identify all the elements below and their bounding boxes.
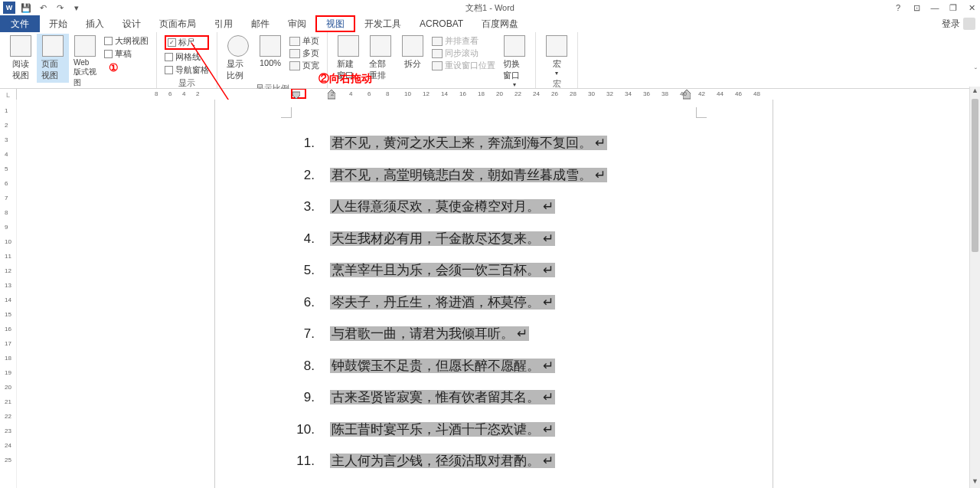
read-mode-icon [10, 35, 31, 57]
group-window: 新建窗口 全部重排 拆分 并排查看 同步滚动 重设窗口位置 切换窗口▾ 窗口 [328, 32, 536, 88]
list-item[interactable]: 4.天生我材必有用，千金散尽还复来。↵ [292, 229, 734, 249]
zoom-100-button[interactable]: 100% [254, 34, 286, 69]
split-icon [402, 35, 423, 57]
new-window-icon [338, 35, 359, 57]
web-layout-icon [74, 35, 96, 57]
ruler-corner: L [0, 89, 17, 100]
tab-ACROBAT[interactable]: ACROBAT [410, 15, 472, 32]
page: 1.君不见，黄河之水天上来，奔流到海不复回。↵2.君不见，高堂明镜悲白发，朝如青… [214, 100, 773, 488]
avatar-icon [963, 18, 975, 30]
qat-customize-icon[interactable]: ▾ [70, 2, 83, 14]
split-button[interactable]: 拆分 [397, 34, 429, 71]
window-title: 文档1 - Word [466, 2, 514, 14]
multi-page-icon [289, 49, 300, 58]
undo-icon[interactable]: ↶ [37, 2, 49, 14]
side-by-side-icon [432, 37, 443, 46]
sync-scroll-icon [432, 49, 443, 58]
tab-页面布局[interactable]: 页面布局 [150, 15, 205, 32]
ribbon-display-options[interactable]: ⊡ [911, 3, 922, 13]
list-item[interactable]: 5.烹羊宰牛且为乐，会须一饮三百杯。↵ [292, 260, 734, 280]
one-page-icon [289, 37, 300, 46]
list-item[interactable]: 10.陈王昔时宴平乐，斗酒十千恣欢谑。↵ [292, 420, 734, 440]
quick-access-toolbar: W 💾 ↶ ↷ ▾ [0, 2, 83, 14]
list-item[interactable]: 7.与君歌一曲，请君为我倾耳听。↵ [292, 324, 734, 344]
macros-button[interactable]: 宏▾ [541, 34, 573, 78]
ribbon: 阅读 视图 页面视图 Web 版式视图 大纲视图 草稿 ① 视图 ✓标尺 网格线 [0, 32, 980, 89]
switch-window-icon [504, 35, 525, 57]
scroll-up-button[interactable]: ▲ [970, 87, 980, 97]
login-label: 登录 [942, 18, 960, 31]
tab-引用[interactable]: 引用 [205, 15, 242, 32]
outline-view-checkbox[interactable]: 大纲视图 [104, 35, 149, 47]
view-side-by-side-button[interactable]: 并排查看 [432, 35, 495, 47]
window-controls: ? ⊡ — ❐ ✕ [893, 3, 977, 13]
nav-pane-checkbox[interactable]: 导航窗格 [165, 64, 209, 76]
word-app-icon: W [3, 2, 15, 14]
scroll-down-button[interactable]: ▼ [970, 477, 980, 488]
redo-icon[interactable]: ↷ [54, 2, 66, 14]
margin-corner-tl [281, 107, 292, 118]
collapse-ribbon-button[interactable]: ˇ [975, 67, 977, 76]
restore-button[interactable]: ❐ [948, 3, 959, 13]
list-item[interactable]: 6.岑夫子，丹丘生，将进酒，杯莫停。↵ [292, 293, 734, 313]
close-button[interactable]: ✕ [966, 3, 977, 13]
document-area: 1234567891011121314151617181920212223242… [0, 100, 969, 488]
tab-设计[interactable]: 设计 [113, 15, 150, 32]
read-mode-button[interactable]: 阅读 视图 [5, 34, 37, 83]
group-macro: 宏▾ 宏 [536, 32, 578, 88]
gridlines-checkbox[interactable]: 网格线 [165, 51, 209, 63]
tab-开发工具[interactable]: 开发工具 [355, 15, 410, 32]
vertical-ruler[interactable]: 1234567891011121314151617181920212223242… [0, 100, 17, 488]
sync-scroll-button: 同步滚动 [432, 47, 495, 59]
first-line-indent-marker[interactable] [292, 89, 300, 100]
login-area[interactable]: 登录 [942, 15, 975, 32]
svg-marker-0 [292, 92, 300, 99]
zoom-100-icon [260, 35, 281, 57]
scroll-thumb[interactable] [972, 99, 978, 252]
new-window-button[interactable]: 新建窗口 [332, 34, 364, 83]
minimize-button[interactable]: — [929, 3, 940, 12]
annotation-step-1: ① [109, 61, 149, 74]
draft-view-checkbox[interactable]: 草稿 [104, 48, 149, 60]
tab-百度网盘[interactable]: 百度网盘 [472, 15, 528, 32]
tab-file[interactable]: 文件 [0, 15, 40, 32]
arrange-all-icon [370, 35, 391, 57]
list-item[interactable]: 8.钟鼓馔玉不足贵，但愿长醉不愿醒。↵ [292, 356, 734, 376]
group-show: ✓标尺 网格线 导航窗格 显示 [157, 32, 217, 88]
list-item[interactable]: 3.人生得意须尽欢，莫使金樽空对月。↵ [292, 197, 734, 217]
help-button[interactable]: ? [893, 3, 903, 12]
one-page-button[interactable]: 单页 [289, 35, 319, 47]
save-icon[interactable]: 💾 [20, 2, 32, 14]
macros-icon [546, 35, 567, 57]
list-item[interactable]: 11.主人何为言少钱，径须沽取对君酌。↵ [292, 451, 734, 471]
margin-corner-tr [696, 107, 707, 118]
list-item[interactable]: 9.古来圣贤皆寂寞，惟有饮者留其名。↵ [292, 388, 734, 408]
page-width-button[interactable]: 页宽 [289, 60, 319, 71]
ruler-checkbox[interactable]: ✓标尺 [165, 35, 209, 50]
zoom-button[interactable]: 显示比例 [222, 34, 254, 83]
title-bar: W 💾 ↶ ↷ ▾ 文档1 - Word ? ⊡ — ❐ ✕ [0, 0, 980, 15]
list-item[interactable]: 2.君不见，高堂明镜悲白发，朝如青丝暮成雪。↵ [292, 165, 734, 185]
print-layout-button[interactable]: 页面视图 [37, 34, 69, 83]
group-zoom: 显示比例 100% 单页 多页 页宽 显示比例 [217, 32, 328, 88]
tab-插入[interactable]: 插入 [77, 15, 113, 32]
multi-page-button[interactable]: 多页 [289, 47, 319, 59]
ribbon-tabs: 文件 开始插入设计页面布局引用邮件审阅视图开发工具ACROBAT百度网盘 登录 [0, 15, 980, 32]
page-container[interactable]: 1.君不见，黄河之水天上来，奔流到海不复回。↵2.君不见，高堂明镜悲白发，朝如青… [17, 100, 969, 488]
arrange-all-button[interactable]: 全部重排 [364, 34, 397, 83]
tab-开始[interactable]: 开始 [40, 15, 77, 32]
vertical-scrollbar[interactable]: ▲ ▼ [969, 87, 980, 488]
group-views: 阅读 视图 页面视图 Web 版式视图 大纲视图 草稿 ① 视图 [0, 32, 157, 88]
tab-视图[interactable]: 视图 [315, 15, 355, 32]
switch-window-button[interactable]: 切换窗口▾ [498, 34, 531, 90]
reset-window-icon [432, 61, 443, 70]
web-layout-button[interactable]: Web 版式视图 [69, 34, 101, 90]
zoom-icon [227, 35, 249, 57]
tab-审阅[interactable]: 审阅 [279, 15, 315, 32]
list-item[interactable]: 1.君不见，黄河之水天上来，奔流到海不复回。↵ [292, 133, 734, 153]
tab-邮件[interactable]: 邮件 [242, 15, 279, 32]
page-width-icon [289, 61, 300, 70]
reset-window-button: 重设窗口位置 [432, 60, 495, 71]
print-layout-icon [42, 35, 64, 57]
